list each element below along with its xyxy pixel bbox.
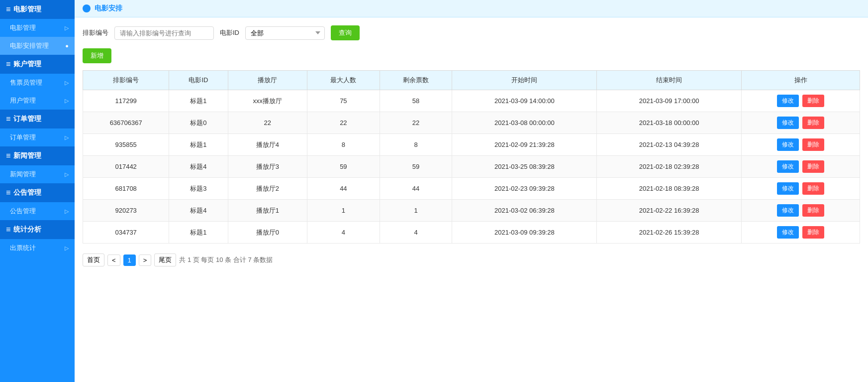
sidebar-group-account-label: 账户管理 [13, 60, 41, 69]
th-actions: 操作 [742, 71, 860, 90]
pagination-info: 共 1 页 每页 10 条 合计 7 条数据 [179, 255, 273, 264]
edit-button[interactable]: 修改 [777, 204, 799, 217]
sidebar-item-movie-manage[interactable]: 电影管理 ▷ [0, 19, 75, 37]
table-header-row: 排影编号 电影ID 播放厅 最大人数 剩余票数 开始时间 结束时间 操作 [83, 71, 860, 90]
edit-button[interactable]: 修改 [777, 160, 799, 173]
cell-hall: 播放厅2 [228, 178, 307, 200]
sidebar-group-movie[interactable]: ≡ 电影管理 [0, 0, 75, 19]
query-button[interactable]: 查询 [331, 25, 360, 40]
sidebar-group-notice[interactable]: ≡ 公告管理 [0, 183, 75, 202]
sidebar-group-news[interactable]: ≡ 新闻管理 [0, 146, 75, 165]
sidebar: ≡ 电影管理 电影管理 ▷ 电影安排管理 ● ≡ 账户管理 售票员管理 ▷ 用户… [0, 0, 75, 382]
th-hall: 播放厅 [228, 71, 307, 90]
cell-remaining: 44 [380, 178, 452, 200]
cell-schedule-no: 034737 [83, 222, 169, 244]
cell-start-time: 2021-02-23 09:39:28 [452, 178, 597, 200]
pagination-first[interactable]: 首页 [83, 254, 104, 266]
delete-button[interactable]: 删除 [802, 160, 824, 173]
pagination-prev[interactable]: < [107, 255, 120, 266]
cell-actions: 修改 删除 [742, 156, 860, 178]
arrow-icon-active: ● [65, 43, 69, 49]
table-row: 017442 标题4 播放厅3 59 59 2021-03-25 08:39:2… [83, 156, 860, 178]
movie-id-select[interactable]: 全部 [245, 26, 325, 40]
sidebar-group-account[interactable]: ≡ 账户管理 [0, 55, 75, 74]
th-movie-id: 电影ID [169, 71, 228, 90]
cell-actions: 修改 删除 [742, 178, 860, 200]
menu-icon-movie: ≡ [6, 5, 10, 14]
sidebar-item-movie-schedule[interactable]: 电影安排管理 ● [0, 37, 75, 55]
cell-actions: 修改 删除 [742, 222, 860, 244]
page-title: 电影安排 [95, 4, 122, 13]
edit-button[interactable]: 修改 [777, 226, 799, 239]
th-end-time: 结束时间 [597, 71, 742, 90]
schedule-no-label: 排影编号 [83, 28, 108, 37]
pagination-current[interactable]: 1 [123, 255, 136, 266]
cell-actions: 修改 删除 [742, 134, 860, 156]
sidebar-item-seller[interactable]: 售票员管理 ▷ [0, 74, 75, 92]
cell-remaining: 8 [380, 134, 452, 156]
table-row: 117299 标题1 xxx播放厅 75 58 2021-03-09 14:00… [83, 90, 860, 112]
delete-button[interactable]: 删除 [802, 204, 824, 217]
sidebar-item-ticket-stats[interactable]: 出票统计 ▷ [0, 239, 75, 257]
delete-button[interactable]: 删除 [802, 226, 824, 239]
delete-button[interactable]: 删除 [802, 138, 824, 151]
cell-actions: 修改 删除 [742, 200, 860, 222]
sidebar-item-user-label: 用户管理 [10, 96, 36, 105]
edit-button[interactable]: 修改 [777, 138, 799, 151]
cell-max-people: 59 [307, 156, 380, 178]
sidebar-item-user[interactable]: 用户管理 ▷ [0, 92, 75, 110]
menu-icon-news: ≡ [6, 151, 10, 160]
menu-icon-account: ≡ [6, 60, 10, 69]
sidebar-item-movie-schedule-label: 电影安排管理 [10, 41, 49, 50]
cell-schedule-no: 935855 [83, 134, 169, 156]
sidebar-item-ticket-stats-label: 出票统计 [10, 244, 36, 253]
table-row: 920273 标题4 播放厅1 1 1 2021-03-02 06:39:28 … [83, 200, 860, 222]
arrow-icon-notice: ▷ [65, 208, 69, 215]
cell-hall: 播放厅4 [228, 134, 307, 156]
sidebar-group-order-label: 订单管理 [13, 115, 41, 124]
cell-max-people: 75 [307, 90, 380, 112]
arrow-icon-order: ▷ [65, 134, 69, 141]
filter-row: 排影编号 电影ID 全部 查询 [83, 25, 860, 40]
cell-end-time: 2021-03-09 17:00:00 [597, 90, 742, 112]
delete-button[interactable]: 删除 [802, 182, 824, 195]
cell-movie-id: 标题4 [169, 156, 228, 178]
arrow-icon-stats: ▷ [65, 245, 69, 252]
cell-remaining: 4 [380, 222, 452, 244]
menu-icon-notice: ≡ [6, 188, 10, 197]
cell-max-people: 1 [307, 200, 380, 222]
cell-start-time: 2021-02-09 21:39:28 [452, 134, 597, 156]
add-button[interactable]: 新增 [83, 48, 111, 63]
schedule-no-input[interactable] [114, 26, 214, 40]
sidebar-item-order[interactable]: 订单管理 ▷ [0, 128, 75, 146]
cell-actions: 修改 删除 [742, 90, 860, 112]
cell-movie-id: 标题4 [169, 200, 228, 222]
cell-schedule-no: 636706367 [83, 112, 169, 134]
edit-button[interactable]: 修改 [777, 117, 799, 129]
cell-hall: 播放厅1 [228, 200, 307, 222]
menu-icon-order: ≡ [6, 115, 10, 124]
cell-end-time: 2021-02-18 02:39:28 [597, 156, 742, 178]
th-schedule-no: 排影编号 [83, 71, 169, 90]
edit-button[interactable]: 修改 [777, 182, 799, 195]
arrow-icon-user: ▷ [65, 98, 69, 104]
cell-end-time: 2021-02-26 15:39:28 [597, 222, 742, 244]
pagination-last[interactable]: 尾页 [154, 254, 176, 266]
pagination-next[interactable]: > [139, 255, 152, 266]
table-row: 636706367 标题0 22 22 22 2021-03-08 00:00:… [83, 112, 860, 134]
sidebar-item-news[interactable]: 新闻管理 ▷ [0, 165, 75, 183]
cell-remaining: 1 [380, 200, 452, 222]
cell-start-time: 2021-03-09 09:39:28 [452, 222, 597, 244]
arrow-icon-news: ▷ [65, 171, 69, 178]
cell-remaining: 58 [380, 90, 452, 112]
sidebar-group-stats[interactable]: ≡ 统计分析 [0, 220, 75, 239]
delete-button[interactable]: 删除 [802, 117, 824, 129]
delete-button[interactable]: 删除 [802, 95, 824, 107]
sidebar-item-notice[interactable]: 公告管理 ▷ [0, 202, 75, 220]
sidebar-group-news-label: 新闻管理 [13, 151, 41, 160]
th-max-people: 最大人数 [307, 71, 380, 90]
sidebar-group-order[interactable]: ≡ 订单管理 [0, 110, 75, 128]
movie-id-label: 电影ID [220, 28, 239, 37]
edit-button[interactable]: 修改 [777, 95, 799, 107]
main-content: 电影安排 排影编号 电影ID 全部 查询 新增 排影编号 电影ID 播放厅 最大… [75, 0, 868, 382]
